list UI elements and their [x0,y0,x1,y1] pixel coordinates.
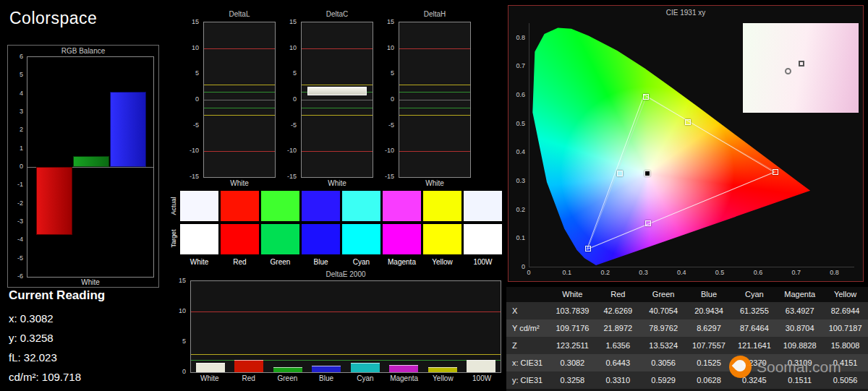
delta-y-tick-label: -10 [287,147,297,154]
delta-h-plot [399,22,471,178]
reference-line [204,85,275,85]
reference-line [302,48,373,49]
table-row-label: Y cd/m² [506,319,550,337]
cie-x-tick-label: 0 [521,269,537,276]
delta-c-chart: DeltaC 151050-5-10-15 White [282,7,380,188]
current-reading: Current Reading x: 0.3082y: 0.3258fL: 32… [9,288,105,387]
actual-swatch-magenta [383,191,421,221]
delta-y-tick-label: -5 [291,121,297,129]
table-cell: 8.6297 [686,319,732,337]
table-row-label: Z [506,337,550,354]
actual-swatch-white [180,191,218,221]
actual-swatch-100w [464,191,502,221]
swatch-column: Cyan [342,191,383,266]
reference-line [302,100,373,100]
swatch-column: 100W [464,191,504,266]
right-panel: CIE 1931 xy 0.80.70.60.50.40.30.20.10 00… [506,0,868,391]
cie-point-blue [585,246,591,252]
swatch-label: Cyan [342,258,380,266]
table-row-label: x: CIE31 [506,354,550,371]
deltae-category-label: Cyan [346,374,385,382]
cie-point-yellow [685,119,691,125]
deltae-bar-100w [467,360,495,372]
delta-y-tick-label: 10 [192,44,199,51]
reference-line [302,151,373,152]
delta-y-tick-label: 5 [391,69,394,77]
actual-swatch-blue [302,191,340,221]
table-cell: 21.8972 [595,319,641,337]
swatch-panel: Actual Target WhiteRedGreenBlueCyanMagen… [170,188,506,269]
swatch-column: Yellow [423,191,464,266]
colorspace-app-window: Colorspace RGB Balance 6543210-1-2-3-4-5… [0,0,868,391]
delta-charts-row: DeltaL 151050-5-10-15 White DeltaC 15105… [184,7,477,188]
deltae-title: DeltaE 2000 [190,270,501,278]
deltae-category-label: Blue [307,374,346,382]
delta-h-title: DeltaH [399,10,471,18]
page-title: Colorspace [9,9,97,28]
inset-circle-marker [785,68,791,74]
table-row: Z123.25111.635613.5324107.7557121.164110… [506,337,868,354]
delta-y-tick-label: -5 [193,121,199,129]
delta-c-title: DeltaC [301,10,373,18]
cie-x-tick-label: 0.2 [597,269,613,276]
table-header-row: WhiteRedGreenBlueCyanMagentaYellow [506,287,868,302]
reference-line [399,108,470,108]
rgb-y-tick-label: -3 [17,218,23,225]
delta-h-y-axis: 151050-5-10-15 [380,22,396,178]
rgb-y-tick-label: 2 [20,126,23,133]
reference-line [204,100,275,100]
reference-line [399,92,470,93]
rgb-y-tick-label: -2 [17,199,23,207]
table-column-header: Cyan [731,287,777,302]
cie-y-tick-label: 0.2 [516,206,525,213]
reading-line: y: 0.3258 [9,328,105,348]
table-column-header: Green [641,287,686,302]
rgb-y-tick-label: -6 [17,272,23,280]
delta-y-tick-label: 0 [391,95,394,103]
cie-point-cyan [617,171,623,176]
rgb-y-axis: 6543210-1-2-3-4-5-6 [8,56,25,278]
table-cell: 1.6356 [595,337,641,354]
delta-h-chart: DeltaH 151050-5-10-15 White [380,7,477,188]
delta-y-tick-label: 5 [195,69,199,77]
delta-l-title: DeltaL [203,10,276,18]
deltae-y-tick-label: 5 [182,338,186,345]
delta-y-tick-label: 10 [289,44,297,51]
deltae-bar-magenta [389,365,418,372]
deltae-plot [190,280,501,373]
rgb-balance-chart: RGB Balance 6543210-1-2-3-4-5-6 White [7,45,159,288]
white-point-inset [743,23,859,113]
table-row: X103.783942.626940.705420.943461.325563.… [506,302,868,319]
reference-line [399,85,470,85]
reading-line: x: 0.3082 [9,309,105,328]
reference-line [399,100,470,100]
delta-l-y-axis: 151050-5-10-15 [184,22,201,178]
table-cell: 87.6464 [731,319,777,337]
deltae-bar-green [273,367,302,372]
target-swatch-blue [302,224,340,254]
deltae-bar-yellow [428,367,457,372]
reference-line [204,92,275,93]
actual-swatch-yellow [423,191,461,221]
delta-y-tick-label: -15 [385,173,394,180]
table-cell: 61.3255 [731,302,777,319]
cie-x-tick-label: 0.8 [827,269,843,276]
table-corner-cell [506,287,550,302]
swatch-column: Blue [302,191,342,266]
reading-line: cd/m²: 109.718 [9,367,105,387]
reference-line [204,115,275,116]
deltae-category-label: Magenta [385,374,424,382]
rgb-bar-red [36,167,72,235]
reference-line [204,108,275,108]
soomal-watermark: Soomal.com [729,356,841,378]
delta-y-tick-label: 0 [195,95,199,103]
rgb-x-label: White [27,278,154,286]
swatch-label: Red [221,258,259,266]
table-column-header: Blue [686,287,732,302]
swatch-label: Magenta [383,258,421,266]
cie-chart-title: CIE 1931 xy [509,9,863,17]
reference-line [399,48,470,49]
rgb-balance-title: RGB Balance [8,47,158,55]
table-cell: 121.1641 [731,337,777,354]
reading-line: fL: 32.023 [9,348,105,367]
